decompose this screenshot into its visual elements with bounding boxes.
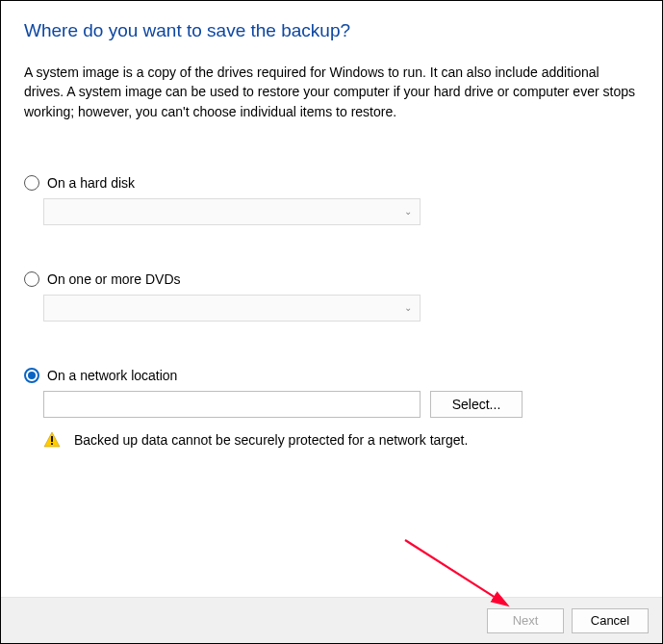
content-area: Where do you want to save the backup? A … xyxy=(1,1,662,597)
svg-rect-1 xyxy=(51,436,53,442)
option-hard-disk: On a hard disk ⌄ xyxy=(24,175,639,225)
next-button[interactable]: Next xyxy=(487,608,564,633)
chevron-down-icon: ⌄ xyxy=(404,206,412,217)
page-description: A system image is a copy of the drives r… xyxy=(24,63,639,121)
radio-dvds[interactable]: On one or more DVDs xyxy=(24,271,639,287)
radio-hard-disk-label: On a hard disk xyxy=(47,175,135,191)
radio-icon xyxy=(24,175,39,191)
chevron-down-icon: ⌄ xyxy=(404,302,412,313)
select-button[interactable]: Select... xyxy=(430,391,523,418)
svg-line-4 xyxy=(405,540,506,605)
warning-row: Backed up data cannot be securely protec… xyxy=(43,431,639,449)
cancel-button[interactable]: Cancel xyxy=(572,608,649,633)
radio-icon xyxy=(24,368,39,383)
warning-text: Backed up data cannot be securely protec… xyxy=(74,432,468,448)
option-dvds: On one or more DVDs ⌄ xyxy=(24,271,639,322)
warning-icon xyxy=(43,431,61,449)
combo-hard-disk[interactable]: ⌄ xyxy=(43,198,421,225)
footer: Next Cancel xyxy=(1,597,662,643)
svg-rect-2 xyxy=(51,443,53,445)
backup-wizard-window: Where do you want to save the backup? A … xyxy=(0,0,663,644)
radio-dvds-label: On one or more DVDs xyxy=(47,271,181,287)
option-network: On a network location Select... Backed u… xyxy=(24,368,639,449)
radio-icon xyxy=(24,271,39,287)
network-input-row: Select... xyxy=(43,391,639,418)
radio-network[interactable]: On a network location xyxy=(24,368,639,383)
combo-dvds[interactable]: ⌄ xyxy=(43,295,421,322)
radio-hard-disk[interactable]: On a hard disk xyxy=(24,175,639,191)
page-title: Where do you want to save the backup? xyxy=(24,20,639,41)
network-path-input[interactable] xyxy=(43,391,421,418)
radio-network-label: On a network location xyxy=(47,368,177,383)
